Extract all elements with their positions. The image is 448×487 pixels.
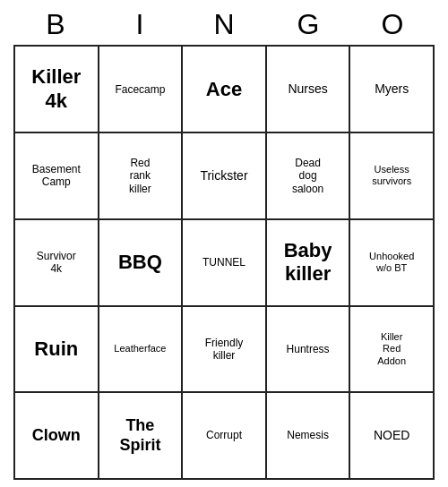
cell-label: Nemesis: [287, 429, 329, 441]
cell-label: Ruin: [34, 337, 78, 361]
bingo-cell: Nurses: [266, 46, 350, 132]
header-letter: O: [352, 7, 433, 41]
bingo-header: BINGO: [13, 7, 435, 41]
cell-label: Killer4k: [31, 65, 81, 113]
bingo-cell: KillerRedAddon: [349, 306, 434, 393]
cell-label: Survivor4k: [37, 250, 76, 276]
bingo-cell: Babykiller: [266, 219, 350, 306]
bingo-cell: BBQ: [99, 219, 183, 306]
bingo-cell: Leatherface: [99, 306, 183, 393]
cell-label: Myers: [375, 81, 409, 97]
header-letter: N: [184, 7, 264, 41]
bingo-cell: Huntress: [266, 306, 350, 393]
bingo-cell: Unhookedw/o BT: [349, 219, 434, 306]
cell-label: TheSpirit: [119, 416, 160, 455]
bingo-cell: Corrupt: [182, 392, 266, 479]
cell-label: NOED: [374, 428, 409, 443]
cell-label: Clown: [32, 426, 81, 446]
cell-label: Unhookedw/o BT: [369, 251, 414, 274]
bingo-cell: Myers: [349, 46, 434, 132]
cell-label: KillerRedAddon: [377, 331, 406, 367]
bingo-cell: Facecamp: [99, 46, 183, 132]
cell-label: BBQ: [118, 251, 162, 274]
bingo-cell: Deaddogsaloon: [266, 132, 350, 219]
cell-label: BasementCamp: [32, 163, 81, 189]
cell-label: Huntress: [287, 343, 330, 355]
bingo-cell: NOED: [349, 392, 434, 479]
cell-label: Leatherface: [114, 343, 166, 355]
header-letter: B: [15, 7, 96, 41]
bingo-cell: Friendlykiller: [182, 306, 266, 393]
bingo-cell: Ruin: [14, 306, 99, 393]
cell-label: Deaddogsaloon: [292, 157, 323, 195]
cell-label: Uselesssurvivors: [372, 164, 411, 187]
bingo-cell: TheSpirit: [99, 392, 183, 479]
header-letter: G: [268, 7, 349, 41]
bingo-grid: Killer4kFacecampAceNursesMyersBasementCa…: [13, 45, 435, 480]
cell-label: Friendlykiller: [205, 337, 244, 363]
bingo-cell: Nemesis: [266, 392, 350, 479]
cell-label: TUNNEL: [202, 256, 246, 269]
cell-label: Babykiller: [284, 239, 332, 286]
cell-label: Corrupt: [206, 429, 242, 441]
header-letter: I: [99, 7, 180, 41]
bingo-cell: Killer4k: [14, 46, 99, 132]
bingo-cell: TUNNEL: [182, 219, 266, 306]
bingo-cell: Ace: [182, 46, 266, 132]
bingo-cell: Trickster: [182, 132, 266, 219]
cell-label: Facecamp: [115, 83, 165, 96]
cell-label: Ace: [206, 78, 242, 101]
bingo-cell: Survivor4k: [14, 219, 99, 306]
bingo-cell: Uselesssurvivors: [349, 132, 434, 219]
bingo-cell: BasementCamp: [14, 132, 99, 219]
cell-label: Nurses: [288, 81, 327, 97]
bingo-cell: Redrankkiller: [99, 132, 183, 219]
cell-label: Trickster: [200, 168, 247, 184]
cell-label: Redrankkiller: [129, 157, 151, 195]
bingo-cell: Clown: [14, 392, 99, 479]
